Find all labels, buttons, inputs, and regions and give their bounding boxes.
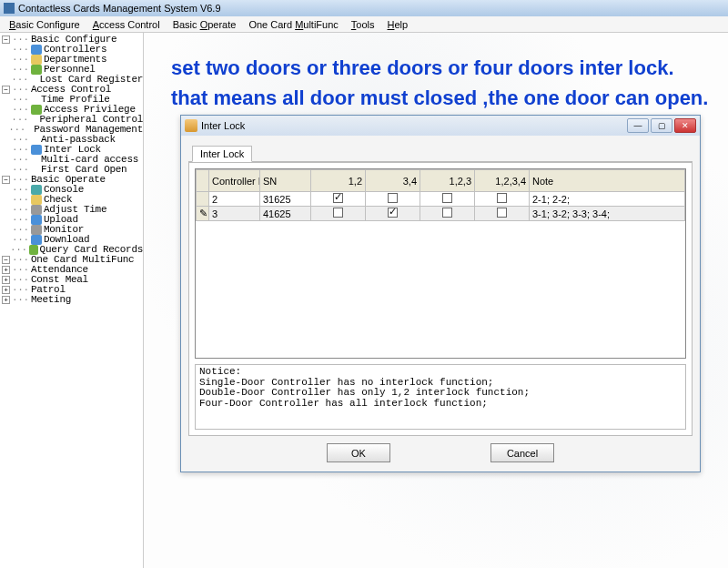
maximize-button[interactable]: ▢ [651, 118, 672, 133]
tab-row: Inter Lock [188, 139, 693, 162]
col-123[interactable]: 1,2,3 [420, 170, 475, 192]
col-12[interactable]: 1,2 [311, 170, 366, 192]
app-title: Contactless Cards Management System V6.9 [18, 3, 221, 14]
controllers-icon [31, 45, 42, 55]
checkbox[interactable] [442, 193, 452, 203]
menu-help[interactable]: Help [382, 17, 414, 32]
checkbox[interactable] [388, 193, 398, 203]
menu-access-control[interactable]: Access Control [87, 17, 166, 32]
inter-lock-dialog: Inter Lock — ▢ ✕ Inter Lock [180, 115, 701, 472]
table-row[interactable]: 2316252-1; 2-2; [197, 192, 685, 207]
checkbox[interactable] [333, 208, 343, 218]
close-button[interactable]: ✕ [674, 118, 696, 133]
app-icon [4, 3, 15, 14]
checkbox[interactable] [497, 208, 507, 218]
app-titlebar: Contactless Cards Management System V6.9 [0, 0, 728, 16]
check-icon [31, 195, 42, 205]
tree-panel: −···Basic Configure ···Controllers ···De… [0, 33, 144, 568]
grid-header: Controller No. SN 1,2 3,4 1,2,3 1,2,3,4 … [197, 170, 685, 192]
ok-button[interactable]: OK [327, 443, 390, 462]
tree-meeting[interactable]: +···Meeting [0, 295, 143, 305]
interlock-grid: Controller No. SN 1,2 3,4 1,2,3 1,2,3,4 … [195, 168, 686, 359]
notice-box: Notice: Single-Door Controller has no in… [195, 364, 686, 430]
dialog-title: Inter Lock [201, 120, 245, 131]
cancel-button[interactable]: Cancel [490, 443, 554, 462]
checkbox[interactable] [497, 193, 507, 203]
dialog-titlebar[interactable]: Inter Lock — ▢ ✕ [181, 116, 700, 136]
menu-basic-configure[interactable]: Basic Configure [4, 17, 86, 32]
content-area: set two doors or three doors or four doo… [144, 33, 728, 568]
col-1234[interactable]: 1,2,3,4 [475, 170, 530, 192]
minimize-button[interactable]: — [627, 118, 649, 133]
table-row[interactable]: ✎3416253-1; 3-2; 3-3; 3-4; [197, 207, 685, 221]
menu-one-card-multifunc[interactable]: One Card MultiFunc [243, 17, 343, 32]
tab-inter-lock[interactable]: Inter Lock [192, 146, 252, 162]
console-icon [31, 185, 42, 195]
adjust-time-icon [31, 205, 42, 215]
col-34[interactable]: 3,4 [366, 170, 420, 192]
col-note[interactable]: Note [530, 170, 685, 192]
menubar: Basic Configure Access Control Basic Ope… [0, 16, 728, 33]
checkbox[interactable] [388, 208, 398, 218]
upload-icon [31, 215, 42, 225]
menu-basic-operate[interactable]: Basic Operate [167, 17, 242, 32]
departments-icon [31, 55, 42, 65]
monitor-icon [31, 225, 42, 235]
annotation-text: set two doors or three doors or four doo… [171, 53, 708, 113]
menu-tools[interactable]: Tools [346, 17, 380, 32]
col-sn[interactable]: SN [260, 170, 311, 192]
dialog-icon [185, 119, 197, 132]
checkbox[interactable] [442, 208, 452, 218]
checkbox[interactable] [333, 193, 343, 203]
col-controller-no[interactable]: Controller No. [209, 170, 260, 192]
